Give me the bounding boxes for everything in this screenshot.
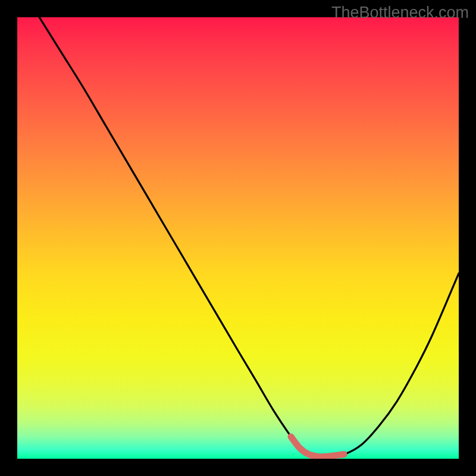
watermark-text: TheBottleneck.com bbox=[331, 4, 469, 22]
bottleneck-curve bbox=[17, 17, 459, 459]
